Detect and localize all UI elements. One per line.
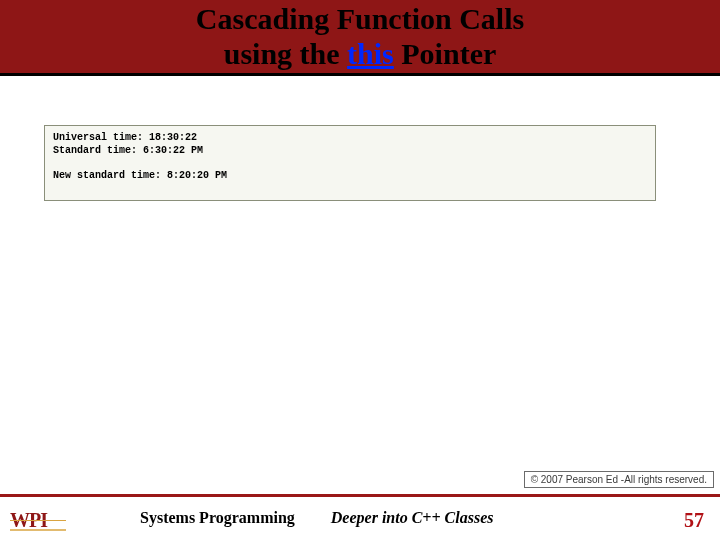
title-line-1: Cascading Function Calls (0, 2, 720, 37)
wpi-logo: WPI (10, 509, 70, 531)
title-keyword-this: this (347, 37, 394, 70)
title-line-2-post: Pointer (394, 37, 496, 70)
output-line-1: Universal time: 18:30:22 (53, 132, 197, 143)
title-bar: Cascading Function Calls using the this … (0, 0, 720, 76)
program-output-box: Universal time: 18:30:22 Standard time: … (44, 125, 656, 201)
copyright-notice: © 2007 Pearson Ed -All rights reserved. (524, 471, 714, 488)
svg-rect-2 (10, 520, 66, 521)
output-line-2: Standard time: 6:30:22 PM (53, 145, 203, 156)
footer-text: Systems Programming Deeper into C++ Clas… (140, 509, 640, 527)
title-line-2: using the this Pointer (0, 37, 720, 72)
footer-topic: Deeper into C++ Classes (331, 509, 494, 527)
slide: Cascading Function Calls using the this … (0, 0, 720, 540)
footer-course: Systems Programming (140, 509, 295, 527)
page-number: 57 (684, 509, 704, 532)
footer-bar: WPI Systems Programming Deeper into C++ … (0, 494, 720, 540)
output-line-3: New standard time: 8:20:20 PM (53, 170, 227, 181)
title-line-2-pre: using the (224, 37, 347, 70)
